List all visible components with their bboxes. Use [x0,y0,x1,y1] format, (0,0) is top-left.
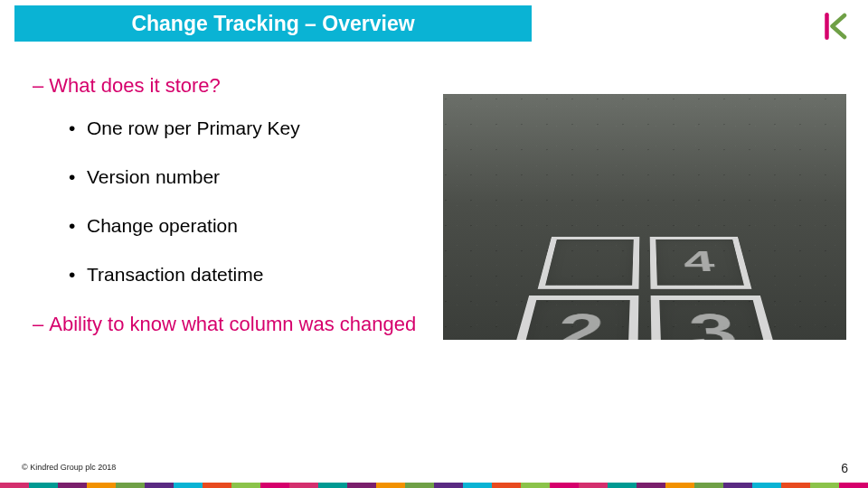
hopscotch-cell: 3 [651,296,783,340]
title-bar: Change Tracking – Overview [14,5,532,42]
hopscotch-cell: 2 [506,296,638,340]
heading-text: What does it store? [49,74,221,97]
slide: Change Tracking – Overview –What does it… [0,0,868,488]
page-number: 6 [841,461,848,475]
hopscotch-cell [538,237,640,289]
hopscotch-image: 4 2 3 1 [443,94,846,340]
heading-text: Ability to know what column was changed [49,313,416,335]
hopscotch-cell: 4 [650,237,752,289]
brand-stripe [0,483,868,488]
slide-title: Change Tracking – Overview [131,12,414,36]
kindred-k-icon [823,13,850,40]
copyright: © Kindred Group plc 2018 [22,463,116,472]
